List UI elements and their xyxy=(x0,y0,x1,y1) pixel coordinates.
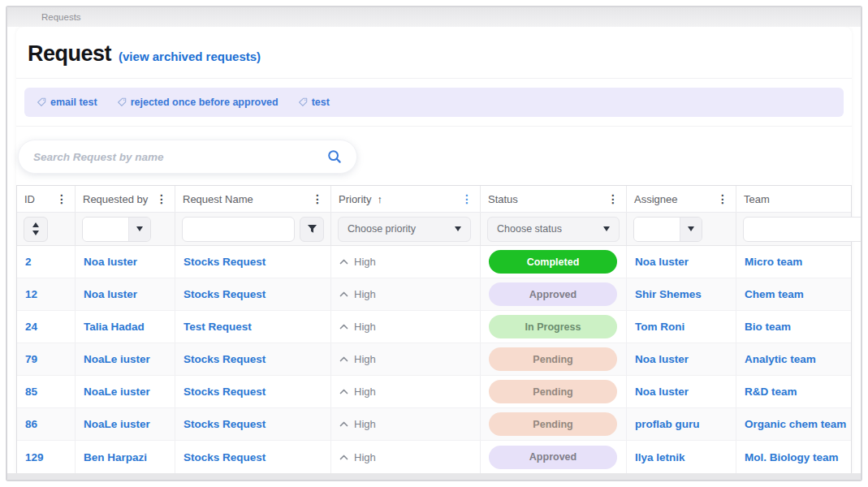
sort-ascending-icon[interactable]: ↑ xyxy=(377,193,382,205)
priority-label: High xyxy=(354,256,376,268)
requested-by-link[interactable]: Noa luster xyxy=(76,278,175,310)
dropdown-toggle-button[interactable] xyxy=(128,218,150,241)
tag-chip[interactable]: rejected once before approved xyxy=(117,97,279,108)
status-badge: Pending xyxy=(489,380,617,403)
column-header-status: Status ⋮ xyxy=(481,186,627,212)
team-filter-input[interactable] xyxy=(743,217,861,242)
request-name-link[interactable]: Stocks Request xyxy=(175,376,331,407)
request-name-link[interactable]: Stocks Request xyxy=(175,278,331,310)
team-link[interactable]: Mol. Biology team xyxy=(736,441,851,473)
column-header-priority[interactable]: Priority ↑ ⋮ xyxy=(331,186,481,212)
chevron-down-icon xyxy=(136,226,143,231)
dropdown-toggle-button[interactable] xyxy=(680,218,702,241)
view-archived-requests-link[interactable]: (view archived requests) xyxy=(119,50,261,63)
assignee-link[interactable]: Shir Shemes xyxy=(627,278,736,310)
decrement-icon[interactable] xyxy=(32,231,39,235)
team-link[interactable]: Bio team xyxy=(736,311,851,343)
tag-chip[interactable]: email test xyxy=(37,97,97,108)
priority-label: High xyxy=(354,386,376,398)
priority-cell: High xyxy=(331,246,481,278)
request-id-link[interactable]: 12 xyxy=(17,278,76,310)
priority-cell: High xyxy=(331,278,481,310)
tag-icon xyxy=(37,97,46,107)
search-section xyxy=(16,127,852,185)
chevron-up-icon xyxy=(339,389,348,394)
status-cell: Pending xyxy=(481,408,627,440)
tag-chip[interactable]: test xyxy=(298,97,330,108)
column-menu-icon[interactable]: ⋮ xyxy=(461,193,473,205)
search-icon[interactable] xyxy=(327,149,342,164)
requested-by-filter-input[interactable] xyxy=(83,218,128,241)
increment-icon[interactable] xyxy=(32,222,39,227)
request-id-link[interactable]: 2 xyxy=(17,246,76,278)
request-name-filter-input[interactable] xyxy=(182,217,295,242)
funnel-icon xyxy=(307,224,317,235)
chevron-down-icon xyxy=(455,226,461,231)
priority-cell: High xyxy=(331,441,481,473)
priority-label: High xyxy=(354,451,376,463)
assignee-link[interactable]: proflab guru xyxy=(627,408,736,440)
requested-by-link[interactable]: Noa luster xyxy=(76,246,175,278)
request-id-link[interactable]: 24 xyxy=(17,311,76,343)
assignee-link[interactable]: Ilya letnik xyxy=(627,441,736,473)
tag-label: test xyxy=(312,97,330,108)
status-badge: Approved xyxy=(489,282,617,306)
table-header-row: ID ⋮ Requested by ⋮ Request Name ⋮ Prior… xyxy=(17,186,851,212)
assignee-link[interactable]: Tom Roni xyxy=(627,311,736,343)
requested-by-link[interactable]: Talia Hadad xyxy=(76,311,175,343)
column-menu-icon[interactable]: ⋮ xyxy=(607,193,619,205)
assignee-filter-input[interactable] xyxy=(634,218,680,241)
breadcrumb-tab-requests[interactable]: Requests xyxy=(41,12,81,22)
status-badge: Pending xyxy=(489,412,617,436)
status-badge: Pending xyxy=(489,347,617,371)
chevron-down-icon xyxy=(603,226,610,231)
column-menu-icon[interactable]: ⋮ xyxy=(156,193,167,205)
status-filter-cell: Choose status xyxy=(481,213,627,245)
column-header-team: Team xyxy=(736,186,851,212)
request-name-link[interactable]: Stocks Request xyxy=(175,408,331,440)
filter-funnel-button[interactable] xyxy=(300,217,324,242)
column-menu-icon[interactable]: ⋮ xyxy=(717,193,728,205)
requested-by-link[interactable]: NoaLe iuster xyxy=(76,376,175,407)
requested-by-link[interactable]: Ben Harpazi xyxy=(76,441,175,473)
tags-bar: email test rejected once before approved… xyxy=(24,88,844,117)
column-menu-icon[interactable]: ⋮ xyxy=(56,193,67,205)
status-cell: Approved xyxy=(481,278,627,310)
content-area: Request (view archived requests) email t… xyxy=(7,27,861,473)
team-link[interactable]: Chem team xyxy=(736,278,851,310)
status-badge: Approved xyxy=(489,446,617,469)
assignee-link[interactable]: Noa luster xyxy=(627,376,736,407)
status-filter-select[interactable]: Choose status xyxy=(487,217,620,242)
requested-by-link[interactable]: NoaLe iuster xyxy=(76,408,175,440)
assignee-link[interactable]: Noa luster xyxy=(627,343,736,375)
assignee-filter-combobox[interactable] xyxy=(633,217,702,242)
tag-icon xyxy=(117,97,127,107)
status-cell: Pending xyxy=(481,376,627,407)
requested-by-filter-combobox[interactable] xyxy=(82,217,151,242)
table-body: 2 Noa luster Stocks Request High Complet… xyxy=(17,246,851,473)
requested-by-link[interactable]: NoaLe iuster xyxy=(76,343,175,375)
id-filter-stepper[interactable] xyxy=(24,217,48,242)
priority-filter-select[interactable]: Choose priority xyxy=(338,217,471,242)
priority-cell: High xyxy=(331,343,481,375)
table-row: 24 Talia Hadad Test Request High In Prog… xyxy=(17,311,851,343)
team-link[interactable]: Micro team xyxy=(736,246,851,278)
request-name-link[interactable]: Stocks Request xyxy=(175,246,331,278)
team-link[interactable]: Organic chem team xyxy=(736,408,851,440)
search-input[interactable] xyxy=(33,151,327,163)
request-id-link[interactable]: 129 xyxy=(17,441,76,473)
chevron-up-icon xyxy=(339,421,348,427)
request-name-link[interactable]: Stocks Request xyxy=(175,441,331,473)
assignee-link[interactable]: Noa luster xyxy=(627,246,736,278)
column-header-assignee: Assignee ⋮ xyxy=(627,186,736,212)
request-name-link[interactable]: Stocks Request xyxy=(175,343,331,375)
request-id-link[interactable]: 85 xyxy=(17,376,76,407)
team-link[interactable]: Analytic team xyxy=(736,343,851,375)
column-header-requested-by: Requested by ⋮ xyxy=(76,186,175,212)
request-name-link[interactable]: Test Request xyxy=(175,311,331,343)
column-menu-icon[interactable]: ⋮ xyxy=(312,193,323,205)
request-id-link[interactable]: 79 xyxy=(17,343,76,375)
tag-label: email test xyxy=(50,97,97,108)
request-id-link[interactable]: 86 xyxy=(17,408,76,440)
team-link[interactable]: R&D team xyxy=(736,376,851,407)
